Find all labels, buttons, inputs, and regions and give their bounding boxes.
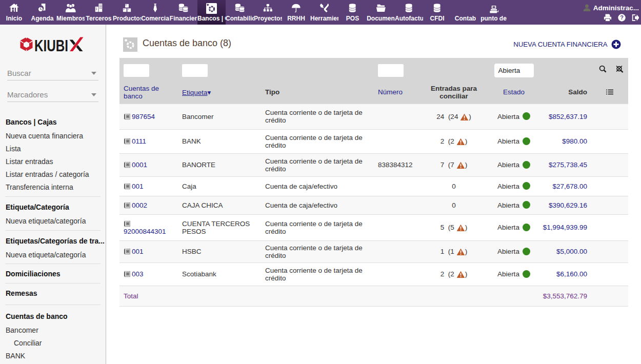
svg-text:?: ?: [620, 14, 624, 21]
svg-text:KIUBI: KIUBI: [34, 37, 68, 52]
